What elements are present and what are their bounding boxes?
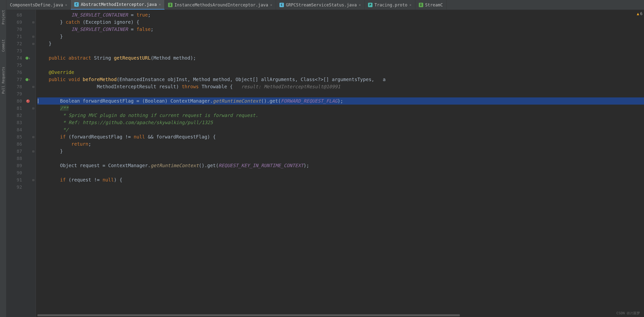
- code-line[interactable]: return;: [37, 140, 644, 148]
- fold-marker[interactable]: [31, 61, 36, 69]
- fold-marker[interactable]: [31, 119, 36, 126]
- fold-marker[interactable]: [31, 140, 36, 148]
- gutter-marker[interactable]: [25, 33, 31, 40]
- editor-tab[interactable]: ComponentsDefine.java×: [6, 0, 71, 10]
- code-line[interactable]: [37, 47, 644, 54]
- gutter-marker[interactable]: [25, 162, 31, 169]
- fold-marker[interactable]: [31, 126, 36, 133]
- code-line[interactable]: } catch (Exception ignore) {: [37, 18, 644, 26]
- fold-marker[interactable]: ⊟: [31, 176, 36, 183]
- code-line[interactable]: if (forwardRequestFlag != null && forwar…: [37, 133, 644, 140]
- gutter-marker[interactable]: [25, 133, 31, 140]
- fold-marker[interactable]: [31, 26, 36, 33]
- editor-tab[interactable]: CGRPCStreamServiceStatus.java×: [276, 0, 364, 10]
- gutter-marker[interactable]: [25, 69, 31, 76]
- code-line[interactable]: */: [37, 126, 644, 133]
- gutter-marker[interactable]: ↓: [25, 54, 31, 61]
- override-up-icon[interactable]: [26, 78, 28, 81]
- code-line[interactable]: [37, 61, 644, 69]
- code-line[interactable]: }: [37, 33, 644, 40]
- gutter-marker[interactable]: [25, 83, 31, 90]
- code-line[interactable]: @Override: [37, 69, 644, 76]
- code-line[interactable]: IN_SERVLET_CONTAINER = true;: [37, 11, 644, 18]
- close-icon[interactable]: ×: [159, 2, 161, 6]
- gutter-marker[interactable]: [25, 169, 31, 176]
- fold-marker[interactable]: ⊟: [31, 18, 36, 26]
- close-icon[interactable]: ×: [359, 3, 361, 7]
- sidebar-item-pull-requests[interactable]: Pull Requests: [1, 67, 5, 94]
- scrollbar-thumb[interactable]: [37, 314, 460, 316]
- code-line[interactable]: MethodInterceptResult result) throws Thr…: [37, 83, 644, 90]
- code-line[interactable]: [37, 169, 644, 176]
- code-line[interactable]: /**: [37, 105, 644, 112]
- code-line[interactable]: }: [37, 40, 644, 47]
- fold-gutter[interactable]: ⊟⊟⊟⊟⊟⊟⊟⊟: [31, 10, 36, 317]
- code-content[interactable]: IN_SERVLET_CONTAINER = true; } catch (Ex…: [36, 10, 644, 317]
- gutter-marker[interactable]: [25, 47, 31, 54]
- code-editor[interactable]: 6869707172737475767778798081828384858687…: [6, 10, 644, 317]
- fold-marker[interactable]: [31, 47, 36, 54]
- code-line[interactable]: [37, 183, 644, 191]
- editor-tab[interactable]: CAbstractMethodInterceptor.java×: [71, 0, 164, 10]
- code-line[interactable]: public void beforeMethod(EnhancedInstanc…: [37, 76, 644, 83]
- gutter-marker[interactable]: [25, 148, 31, 155]
- fold-marker[interactable]: [31, 76, 36, 83]
- fold-marker[interactable]: [31, 112, 36, 119]
- editor-tab[interactable]: IInstanceMethodsAroundInterceptor.java×: [164, 0, 276, 10]
- fold-marker[interactable]: ⊟: [31, 83, 36, 90]
- fold-marker[interactable]: [31, 69, 36, 76]
- fold-marker[interactable]: [31, 155, 36, 162]
- code-line[interactable]: [37, 155, 644, 162]
- gutter-marker[interactable]: [25, 119, 31, 126]
- fold-marker[interactable]: [31, 169, 36, 176]
- editor-tab[interactable]: PTracing.proto×: [364, 0, 415, 10]
- gutter-marker[interactable]: [25, 40, 31, 47]
- fold-marker[interactable]: ⊟: [31, 40, 36, 47]
- fold-marker[interactable]: [31, 162, 36, 169]
- gutter-marker[interactable]: [25, 18, 31, 26]
- gutter-marker[interactable]: [25, 26, 31, 33]
- gutter-marker[interactable]: [25, 105, 31, 112]
- code-line[interactable]: }: [37, 148, 644, 155]
- gutter-marker[interactable]: [25, 183, 31, 191]
- gutter-marker[interactable]: [25, 176, 31, 183]
- gutter-marker[interactable]: [25, 90, 31, 97]
- code-line[interactable]: * Spring MVC plugin do nothing if curren…: [37, 112, 644, 119]
- close-icon[interactable]: ×: [409, 3, 411, 7]
- horizontal-scrollbar[interactable]: [37, 314, 640, 317]
- fold-marker[interactable]: ⊟: [31, 105, 36, 112]
- gutter-marker[interactable]: [25, 112, 31, 119]
- fold-marker[interactable]: ⊟: [31, 148, 36, 155]
- close-icon[interactable]: ×: [270, 3, 272, 7]
- code-line[interactable]: [37, 90, 644, 97]
- fold-marker[interactable]: ⊟: [31, 133, 36, 140]
- code-line[interactable]: Boolean forwardRequestFlag = (Boolean) C…: [37, 97, 644, 105]
- sidebar-item-commit[interactable]: Commit: [1, 39, 5, 52]
- sidebar-item-project[interactable]: Project: [1, 10, 5, 24]
- code-line[interactable]: if (request != null) {: [37, 176, 644, 183]
- gutter-marker[interactable]: [25, 126, 31, 133]
- gutter-marker[interactable]: ↑: [25, 76, 31, 83]
- fold-marker[interactable]: [31, 183, 36, 191]
- gutter-marker[interactable]: [25, 140, 31, 148]
- editor-tab[interactable]: IStreamC: [415, 0, 447, 10]
- gutter-marker[interactable]: [25, 61, 31, 69]
- gutter-marker[interactable]: [25, 97, 31, 105]
- marker-gutter[interactable]: ↓↑: [25, 10, 31, 317]
- breakpoint-icon[interactable]: [26, 99, 30, 103]
- code-line[interactable]: * Ref: https://github.com/apache/skywalk…: [37, 119, 644, 126]
- gutter-marker[interactable]: [25, 11, 31, 18]
- override-down-icon[interactable]: [26, 57, 28, 60]
- code-line[interactable]: public abstract String getRequestURL(Met…: [37, 54, 644, 61]
- fold-marker[interactable]: [31, 54, 36, 61]
- fold-marker[interactable]: ⊟: [31, 33, 36, 40]
- code-line[interactable]: IN_SERVLET_CONTAINER = false;: [37, 26, 644, 33]
- gutter-marker[interactable]: [25, 155, 31, 162]
- fold-marker[interactable]: [31, 90, 36, 97]
- code-token: (Exception ignore) {: [80, 19, 139, 25]
- fold-marker[interactable]: [31, 11, 36, 18]
- code-token: [37, 134, 60, 139]
- fold-marker[interactable]: [31, 97, 36, 105]
- code-line[interactable]: Object request = ContextManager.getRunti…: [37, 162, 644, 169]
- close-icon[interactable]: ×: [65, 3, 67, 7]
